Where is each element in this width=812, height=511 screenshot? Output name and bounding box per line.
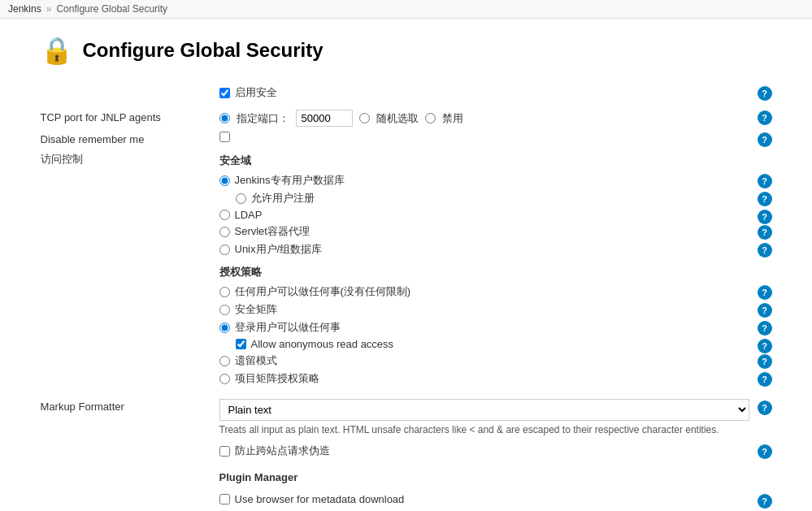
sr-servlet-label: Servlet容器代理 xyxy=(235,224,310,239)
sr-servlet-radio[interactable] xyxy=(219,227,230,237)
sr-signup-row: 允许用户注册 ? xyxy=(219,191,772,206)
sr-unix-label: Unix用户/组数据库 xyxy=(235,242,323,257)
csrf-help-icon[interactable]: ? xyxy=(758,444,772,459)
csrf-label: 防止跨站点请求伪造 xyxy=(235,444,330,458)
az-logged-label: 登录用户可以做任何事 xyxy=(235,320,341,335)
csrf-cb-group: 防止跨站点请求伪造 xyxy=(219,444,330,458)
sr-jenkins-inner: Jenkins专有用户数据库 xyxy=(219,173,345,188)
az-legacy-radio[interactable] xyxy=(219,356,230,366)
tcp-random-radio[interactable] xyxy=(359,113,370,123)
sr-ldap-help-icon[interactable]: ? xyxy=(758,210,772,224)
az-anon-row: Allow anonymous read access ? xyxy=(219,338,772,350)
browser-metadata-row: Use browser for metadata download ? xyxy=(41,493,772,510)
browser-metadata-checkbox[interactable] xyxy=(219,494,230,505)
az-project-radio[interactable] xyxy=(219,374,230,384)
az-project-help-icon[interactable]: ? xyxy=(758,372,772,387)
az-logged-radio[interactable] xyxy=(219,323,230,333)
sr-signup-inner: 允许用户注册 xyxy=(236,191,315,206)
tcp-disable-label: 禁用 xyxy=(442,111,463,126)
sr-ldap-radio[interactable] xyxy=(219,210,230,220)
sr-servlet-row: Servlet容器代理 ? xyxy=(219,224,772,239)
breadcrumb-current: Configure Global Security xyxy=(56,3,167,15)
plugin-manager-row: Plugin Manager xyxy=(41,471,772,488)
markup-formatter-controls: Plain text Treats all input as plain tex… xyxy=(219,399,749,435)
sr-signup-radio[interactable] xyxy=(236,193,246,204)
sr-servlet-inner: Servlet容器代理 xyxy=(219,224,310,239)
tcp-fixed-radio[interactable] xyxy=(219,113,230,123)
sr-ldap-label: LDAP xyxy=(235,209,263,221)
markup-formatter-help-icon[interactable]: ? xyxy=(758,401,772,415)
markup-formatter-select[interactable]: Plain text xyxy=(219,399,749,421)
tcp-disable-radio[interactable] xyxy=(425,113,436,123)
az-anon-inner: Allow anonymous read access xyxy=(236,338,394,350)
markup-formatter-row: Markup Formatter Plain text Treats all i… xyxy=(41,399,772,435)
browser-metadata-help-icon[interactable]: ? xyxy=(758,494,772,509)
sr-signup-label: 允许用户注册 xyxy=(251,191,315,206)
enable-security-row: 启用安全 ? xyxy=(41,85,772,105)
az-anyone-row: 任何用户可以做任何事(没有任何限制) ? xyxy=(219,284,772,299)
enable-security-cb-group: 启用安全 xyxy=(219,85,277,100)
az-matrix-radio[interactable] xyxy=(219,305,230,315)
az-legacy-help-icon[interactable]: ? xyxy=(758,354,772,369)
disable-remember-checkbox[interactable] xyxy=(219,132,230,142)
authorization-header: 授权策略 xyxy=(219,265,772,279)
az-matrix-row: 安全矩阵 ? xyxy=(219,302,772,317)
az-anyone-inner: 任何用户可以做任何事(没有任何限制) xyxy=(219,284,411,299)
az-matrix-label: 安全矩阵 xyxy=(235,302,277,317)
plugin-manager-label: Plugin Manager xyxy=(219,471,298,483)
tcp-port-controls: 指定端口： 随机选取 禁用 xyxy=(219,110,463,127)
tcp-fixed-label: 指定端口： xyxy=(237,111,289,126)
az-legacy-inner: 遗留模式 xyxy=(219,353,277,368)
breadcrumb-separator: » xyxy=(46,3,52,15)
sr-jenkins-row: Jenkins专有用户数据库 ? xyxy=(219,173,772,188)
az-anyone-label: 任何用户可以做任何事(没有任何限制) xyxy=(235,284,411,299)
tcp-port-label: TCP port for JNLP agents xyxy=(41,110,219,123)
security-realm-header: 安全域 xyxy=(219,154,772,168)
enable-security-label: 启用安全 xyxy=(235,85,277,100)
access-control-row: 访问控制 安全域 Jenkins专有用户数据库 ? 允许用户注册 ? xyxy=(41,150,772,394)
sr-unix-inner: Unix用户/组数据库 xyxy=(219,242,323,257)
browser-metadata-label: Use browser for metadata download xyxy=(235,493,405,505)
sr-unix-row: Unix用户/组数据库 ? xyxy=(219,242,772,257)
sr-jenkins-radio[interactable] xyxy=(219,175,230,186)
az-anon-help-icon[interactable]: ? xyxy=(758,339,772,353)
disable-remember-cb-group xyxy=(219,132,230,145)
page-header: 🔒 Configure Global Security xyxy=(41,35,772,66)
az-anyone-radio[interactable] xyxy=(219,287,230,297)
tcp-port-input[interactable] xyxy=(296,110,353,127)
tcp-port-row: TCP port for JNLP agents 指定端口： 随机选取 禁用 ? xyxy=(41,110,772,127)
csrf-checkbox[interactable] xyxy=(219,446,230,457)
az-logged-help-icon[interactable]: ? xyxy=(758,321,772,336)
breadcrumb-home[interactable]: Jenkins xyxy=(8,3,41,15)
main-content: 🔒 Configure Global Security 启用安全 ? TCP p… xyxy=(8,19,805,511)
az-legacy-label: 遗留模式 xyxy=(235,353,277,368)
enable-security-checkbox[interactable] xyxy=(219,88,230,98)
markup-formatter-desc: Treats all input as plain text. HTML uns… xyxy=(219,424,749,435)
lock-icon: 🔒 xyxy=(41,35,73,66)
browser-metadata-cb-group: Use browser for metadata download xyxy=(219,493,405,505)
disable-remember-help-icon[interactable]: ? xyxy=(758,132,772,147)
az-project-inner: 项目矩阵授权策略 xyxy=(219,371,319,386)
sr-ldap-row: LDAP ? xyxy=(219,209,772,221)
access-control-controls: 安全域 Jenkins专有用户数据库 ? 允许用户注册 ? xyxy=(219,150,772,394)
sr-jenkins-help-icon[interactable]: ? xyxy=(758,174,772,188)
az-anyone-help-icon[interactable]: ? xyxy=(758,285,772,300)
enable-security-help-icon[interactable]: ? xyxy=(758,86,772,101)
access-control-label: 访问控制 xyxy=(41,150,219,167)
az-matrix-inner: 安全矩阵 xyxy=(219,302,277,317)
sr-ldap-inner: LDAP xyxy=(219,209,263,221)
page-title: Configure Global Security xyxy=(83,39,323,62)
az-project-row: 项目矩阵授权策略 ? xyxy=(219,371,772,386)
disable-remember-row: Disable remember me ? xyxy=(41,132,772,145)
az-anon-checkbox[interactable] xyxy=(236,339,246,349)
breadcrumb: Jenkins » Configure Global Security xyxy=(0,0,812,19)
sr-unix-help-icon[interactable]: ? xyxy=(758,243,772,258)
az-matrix-help-icon[interactable]: ? xyxy=(758,303,772,318)
sr-servlet-help-icon[interactable]: ? xyxy=(758,225,772,240)
sr-signup-help-icon[interactable]: ? xyxy=(758,192,772,206)
markup-formatter-label: Markup Formatter xyxy=(41,399,219,413)
sr-unix-radio[interactable] xyxy=(219,245,230,255)
tcp-random-label: 随机选取 xyxy=(376,111,419,126)
sr-jenkins-label: Jenkins专有用户数据库 xyxy=(235,173,345,188)
tcp-port-help-icon[interactable]: ? xyxy=(758,110,772,125)
